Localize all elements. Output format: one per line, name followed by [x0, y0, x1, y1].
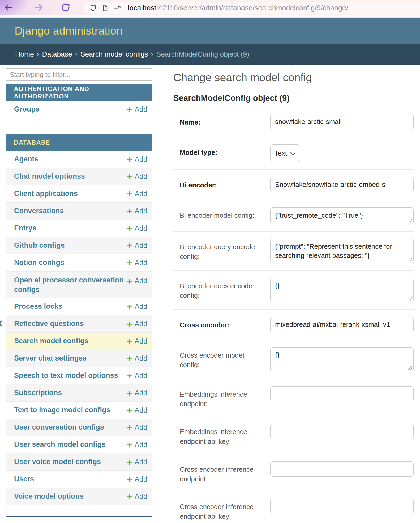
field-row-bi-encoder-model-config: Bi encoder model config:{"trust_remote_c…: [173, 200, 414, 232]
browser-back-button[interactable]: [4, 3, 13, 13]
sidebar-link-agents[interactable]: Agents: [14, 155, 127, 164]
add-user-conversation-configs-button[interactable]: +Add: [127, 423, 148, 432]
url-host: localhost: [128, 4, 156, 12]
cross-encoder-model-config-textarea[interactable]: {}: [270, 347, 414, 371]
plus-icon: +: [127, 372, 132, 380]
sidebar-link-github-configs[interactable]: Github configs: [14, 241, 127, 250]
sidebar-link-user-conversation-configs[interactable]: User conversation configs: [14, 423, 127, 432]
sidebar-link-groups[interactable]: Groups: [14, 105, 127, 114]
add-chat-model-optionss-button[interactable]: +Add: [127, 172, 148, 181]
plus-icon: +: [127, 475, 132, 484]
sidebar-link-search-model-configs[interactable]: Search model configs: [14, 336, 127, 346]
add-user-search-model-configs-button[interactable]: +Add: [127, 441, 148, 449]
embeddings-inference-endpoint-api-key-input[interactable]: [270, 424, 414, 439]
resize-handle-icon[interactable]: [408, 365, 412, 370]
add-speech-to-text-model-optionss-button[interactable]: +Add: [127, 372, 148, 380]
sidebar-link-subscriptions[interactable]: Subscriptions: [14, 388, 127, 398]
field-area-embeddings-inference-endpoint: [270, 386, 414, 409]
add-users-button[interactable]: +Add: [127, 475, 148, 484]
embeddings-inference-endpoint-input[interactable]: [270, 386, 414, 401]
plus-icon: +: [127, 155, 132, 164]
model-type-select[interactable]: Text: [270, 144, 300, 162]
sidebar-link-user-search-model-configs[interactable]: User search model configs: [14, 440, 127, 449]
sidebar-item-speech-to-text-model-optionss: Speech to text model optionss+Add: [6, 367, 152, 384]
field-label-bi-encoder-docs-encode-config: Bi encoder docs encode config:: [180, 278, 270, 302]
sidebar-link-user-voice-model-configs[interactable]: User voice model configs: [14, 457, 127, 467]
add-server-chat-settingss-button[interactable]: +Add: [127, 354, 148, 363]
sidebar-link-client-applications[interactable]: Client applications: [14, 189, 127, 199]
add-conversations-button[interactable]: +Add: [127, 207, 148, 215]
chevron-down-icon: [290, 149, 296, 157]
sidebar-link-notion-configs[interactable]: Notion configs: [14, 258, 127, 268]
add-text-to-image-model-configs-button[interactable]: +Add: [127, 406, 148, 415]
add-subscriptions-button[interactable]: +Add: [127, 389, 148, 397]
object-title: SearchModelConfig object (9): [173, 93, 414, 103]
bi-encoder-query-encode-config-textarea[interactable]: {"prompt": "Represent this sentence for …: [270, 239, 414, 263]
sidebar-link-voice-model-options[interactable]: Voice model options: [14, 492, 127, 501]
sidebar-item-client-applications: Client applications+Add: [6, 185, 152, 203]
sidebar-item-groups: Groups+Add: [6, 101, 152, 118]
resize-handle-icon[interactable]: [408, 218, 412, 222]
field-label-embeddings-inference-endpoint: Embeddings inference endpoint:: [180, 386, 270, 409]
sidebar-link-chat-model-optionss[interactable]: Chat model optionss: [14, 172, 127, 181]
add-label: Add: [135, 155, 147, 164]
plus-icon: +: [127, 492, 132, 501]
add-label: Add: [135, 277, 147, 285]
page-icon[interactable]: [101, 4, 109, 12]
add-entrys-button[interactable]: +Add: [127, 224, 148, 233]
sidebar-link-text-to-image-model-configs[interactable]: Text to image model configs: [14, 405, 127, 415]
cross-encoder-inference-endpoint-api-key-input[interactable]: [270, 499, 414, 514]
sidebar-link-speech-to-text-model-optionss[interactable]: Speech to text model optionss: [14, 371, 127, 380]
url-path: :42110/server/admin/database/searchmodel…: [156, 4, 348, 12]
add-label: Add: [135, 105, 147, 114]
shield-icon[interactable]: [89, 4, 97, 12]
plus-icon: +: [127, 458, 132, 466]
model-type-selected-value: Text: [275, 149, 287, 157]
bi-encoder-docs-encode-config-textarea[interactable]: {}: [270, 278, 414, 302]
add-user-voice-model-configs-button[interactable]: +Add: [127, 458, 148, 466]
sidebar-section-database: DATABASEAgents+AddChat model optionss+Ad…: [6, 134, 152, 505]
breadcrumb-link-search-model-configs[interactable]: Search model configs: [80, 50, 148, 58]
field-row-cross-encoder-inference-endpoint-api-key: Cross encoder inference endpoint api key…: [173, 491, 414, 523]
bi-encoder-input[interactable]: Snowflake/snowflake-arctic-embed-s: [270, 177, 414, 192]
sidebar-link-open-ai-processor-conversation-configs[interactable]: Open ai processor conversation configs: [14, 276, 127, 294]
sidebar-collapse-toggle[interactable]: ‹: [0, 315, 3, 329]
breadcrumb-link-database[interactable]: Database: [42, 50, 72, 58]
sidebar-link-reflective-questions[interactable]: Reflective questions: [14, 319, 127, 329]
sidebar-filter-input[interactable]: [6, 68, 152, 81]
sidebar-link-conversations[interactable]: Conversations: [14, 206, 127, 216]
sidebar-link-entrys[interactable]: Entrys: [14, 224, 127, 233]
add-agents-button[interactable]: +Add: [127, 155, 148, 164]
sidebar-link-users[interactable]: Users: [14, 474, 127, 484]
add-github-configs-button[interactable]: +Add: [127, 241, 148, 250]
cross-encoder-inference-endpoint-input[interactable]: [270, 461, 414, 477]
sidebar-item-voice-model-options: Voice model options+Add: [6, 488, 152, 505]
site-permissions-icon[interactable]: [113, 4, 122, 12]
breadcrumb-link-home[interactable]: Home: [15, 50, 34, 58]
cross-encoder-input[interactable]: mixedbread-ai/mxbai-rerank-xsmall-v1: [270, 317, 414, 332]
sidebar-link-process-locks[interactable]: Process locks: [14, 302, 127, 311]
resize-handle-icon[interactable]: [408, 257, 412, 261]
add-groups-button[interactable]: +Add: [127, 105, 148, 114]
sidebar-link-server-chat-settingss[interactable]: Server chat settingss: [14, 354, 127, 363]
add-search-model-configs-button[interactable]: +Add: [127, 337, 148, 346]
add-reflective-questions-button[interactable]: +Add: [127, 320, 148, 328]
name-input[interactable]: snowflake-arctic-small: [270, 114, 414, 129]
sidebar-next-section-edge: [6, 516, 152, 517]
sidebar-item-server-chat-settingss: Server chat settingss+Add: [6, 350, 152, 367]
add-process-locks-button[interactable]: +Add: [127, 303, 148, 311]
field-label-cross-encoder-inference-endpoint: Cross encoder inference endpoint:: [180, 461, 270, 484]
add-open-ai-processor-conversation-configs-button[interactable]: +Add: [127, 277, 148, 285]
bi-encoder-model-config-textarea[interactable]: {"trust_remote_code": "True"}: [270, 207, 414, 224]
breadcrumb-separator: ›: [37, 50, 39, 58]
add-client-applications-button[interactable]: +Add: [127, 190, 148, 198]
browser-refresh-button[interactable]: [61, 3, 70, 13]
add-notion-configs-button[interactable]: +Add: [127, 259, 148, 267]
site-title[interactable]: Django administration: [15, 25, 123, 37]
url-bar[interactable]: localhost:42110/server/admin/database/se…: [84, 2, 420, 14]
plus-icon: +: [127, 303, 132, 311]
browser-forward-button[interactable]: [34, 3, 44, 13]
field-label-name: Name:: [180, 114, 270, 129]
add-voice-model-options-button[interactable]: +Add: [127, 492, 148, 501]
resize-handle-icon[interactable]: [408, 296, 412, 300]
